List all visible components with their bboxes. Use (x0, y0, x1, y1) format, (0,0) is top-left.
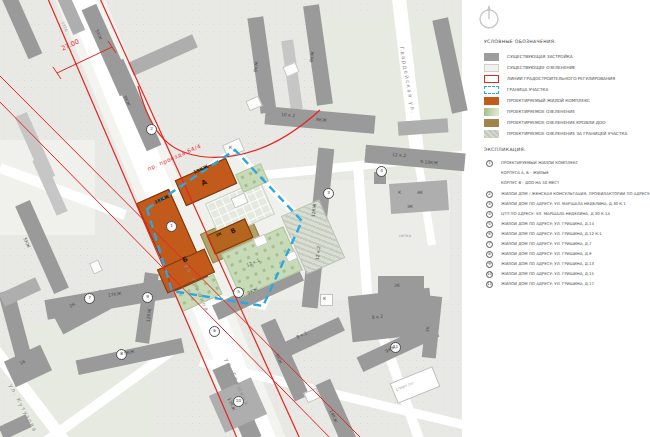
explication-number: 7 (486, 241, 493, 248)
explication-number: 10 (486, 271, 493, 278)
regulation-line (97, 0, 305, 437)
legend-item-label: ПРОЕКТИРУЕМОЕ ОЗЕЛЕНЕНИЕ ЗА ГРАНИЦЕЙ УЧА… (507, 132, 627, 136)
legend-item: ПРОЕКТИРУЕМОЕ ОЗЕЛЕНЕНИЕ ЗА ГРАНИЦЕЙ УЧА… (484, 130, 627, 138)
building-label: сетка (399, 234, 411, 238)
explication-text: ЖИЛОЙ ДОМ ПО АДРЕСУ: УЛ. ГРИШИНА, Д.14 (501, 222, 594, 226)
explication-title: ЭКСПЛИКАЦИЯ: (484, 148, 526, 153)
explication-row: 2 ЖИЛОЙ ДОМ / ЖЕНСКАЯ КОНСУЛЬТАЦИЯ, ПРОФ… (486, 190, 650, 198)
explication-text: ЖИЛОЙ ДОМ ПО АДРЕСУ: УЛ. ГРИШИНА, Д.9 (501, 252, 592, 256)
swatch-site-boundary (484, 86, 499, 94)
north-arrow-icon (476, 4, 502, 30)
explication-row: 10 ЖИЛОЙ ДОМ ПО АДРЕСУ: УЛ. ГРИШИНА, Д.1… (486, 270, 594, 278)
plot-marker-5: 5 (233, 287, 244, 298)
swatch-projected-roof-greenery (484, 119, 499, 127)
plot-marker-1: 1 (166, 221, 177, 232)
building-label: 3К (407, 205, 413, 210)
plot-marker-7: 7 (84, 293, 95, 304)
swatch-projected-greenery (484, 108, 499, 116)
legend-item: ГРАНИЦА УЧАСТКА (484, 86, 548, 94)
building-label: 4К (417, 191, 423, 196)
explication-text: ЖИЛОЙ ДОМ ПО АДРЕСУ: УЛ. ГРИШИНА, Д.12 К… (501, 232, 602, 236)
legend-item: СУЩЕСТВУЮЩАЯ ЗАСТРОЙКА (484, 53, 573, 61)
explication-row: КОРПУС В - ДОО НА 50 МЕСТ (486, 179, 559, 187)
explication-row: 6 ЖИЛОЙ ДОМ ПО АДРЕСУ: УЛ. ГРИШИНА, Д.12… (486, 230, 602, 238)
plot-marker-9: 9 (142, 292, 153, 303)
legend-item-label: ПРОЕКТИРУЕМЫЙ ЖИЛОЙ КОМПЛЕКС (507, 99, 590, 103)
explication-number: 8 (486, 251, 493, 258)
explication-row: 3 ЖИЛОЙ ДОМ ПО АДРЕСУ: УЛ. МАРШАЛА НЕДЕЛ… (486, 200, 626, 208)
legend-item-label: СУЩЕСТВУЮЩЕЕ ОЗЕЛЕНЕНИЕ (507, 66, 575, 70)
map-area: ул. Гришина ул. Гришина Гвардейская ул. … (0, 0, 462, 437)
regulation-line (0, 70, 368, 437)
regulation-line (45, 0, 243, 437)
explication-text: ЖИЛОЙ ДОМ ПО АДРЕСУ: УЛ. МАРШАЛА НЕДЕЛИН… (501, 202, 626, 206)
legend-item-label: ПРОЕКТИРУЕМОЕ ОЗЕЛЕНЕНИЕ КРОВЛИ ДОО (507, 121, 606, 125)
explication-number: 2 (486, 191, 493, 198)
building-label: К (398, 191, 401, 196)
explication-text: ЖИЛОЙ ДОМ ПО АДРЕСУ: УЛ. ГРИШИНА, Д.15 (501, 272, 594, 276)
legend-item: ЛИНИИ ГРАДОСТРОИТЕЛЬНОГО РЕГУЛИРОВАНИЯ (484, 75, 615, 83)
swatch-existing-buildings (484, 53, 499, 61)
legend-item: ПРОЕКТИРУЕМОЕ ОЗЕЛЕНЕНИЕ (484, 108, 575, 116)
explication-number: 4 (486, 211, 493, 218)
legend-title: УСЛОВНЫЕ ОБОЗНАЧЕНИЯ: (484, 40, 556, 45)
explication-row: 7 ЖИЛОЙ ДОМ ПО АДРЕСУ: УЛ. ГРИШИНА, Д.7 (486, 240, 592, 248)
swatch-regulation-lines (484, 75, 499, 83)
explication-row: 11 ЖИЛОЙ ДОМ ПО АДРЕСУ: УЛ. ГРИШИНА, Д.1… (486, 280, 594, 288)
explication-number: 11 (486, 281, 493, 288)
legend-panel: УСЛОВНЫЕ ОБОЗНАЧЕНИЯ: СУЩЕСТВУЮЩАЯ ЗАСТР… (462, 0, 650, 437)
explication-row: 4 ЦТП ПО АДРЕСУ: УЛ. МАРШАЛА НЕДЕЛИНА, Д… (486, 210, 610, 218)
dimension-tick (108, 41, 116, 53)
legend-item-label: ГРАНИЦА УЧАСТКА (507, 88, 548, 92)
explication-number: 1 (486, 160, 493, 167)
explication-row: 8 ЖИЛОЙ ДОМ ПО АДРЕСУ: УЛ. ГРИШИНА, Д.9 (486, 250, 592, 258)
swatch-existing-greenery (484, 64, 499, 72)
explication-row: 5 ЖИЛОЙ ДОМ ПО АДРЕСУ: УЛ. ГРИШИНА, Д.14 (486, 220, 594, 228)
legend-item: ПРОЕКТИРУЕМОЕ ОЗЕЛЕНЕНИЕ КРОВЛИ ДОО (484, 119, 606, 127)
explication-text: КОРПУС В - ДОО НА 50 МЕСТ (501, 181, 559, 185)
swatch-projected-greenery-outside (484, 130, 499, 138)
building-label: 9КЖ (316, 118, 327, 123)
explication-number-spacer (486, 180, 493, 187)
site-plan-page: ул. Гришина ул. Гришина Гвардейская ул. … (0, 0, 650, 437)
plot-marker-4: 4 (376, 166, 387, 177)
explication-text: КОРПУСА А, Б - ЖИЛЫЕ (501, 171, 549, 175)
legend-item-label: ЛИНИИ ГРАДОСТРОИТЕЛЬНОГО РЕГУЛИРОВАНИЯ (507, 77, 615, 81)
explication-text: ЖИЛОЙ ДОМ ПО АДРЕСУ: УЛ. ГРИШИНА, Д.7 (501, 242, 592, 246)
explication-row: КОРПУСА А, Б - ЖИЛЫЕ (486, 169, 549, 177)
explication-number: 3 (486, 201, 493, 208)
building-label: 2К (394, 284, 400, 289)
building-label: К (323, 297, 326, 302)
explication-text: ЖИЛОЙ ДОМ ПО АДРЕСУ: УЛ. ГРИШИНА, Д.17 (501, 282, 594, 286)
swatch-projected-complex (484, 97, 499, 105)
explication-number: 5 (486, 221, 493, 228)
plot-marker-6: 6 (209, 326, 220, 337)
explication-number-spacer (486, 170, 493, 177)
legend-item-label: ПРОЕКТИРУЕМОЕ ОЗЕЛЕНЕНИЕ (507, 110, 575, 114)
plot-marker-2: 2 (146, 124, 157, 135)
dimension-tick (53, 67, 61, 79)
explication-number: 6 (486, 231, 493, 238)
explication-text: ЦТП ПО АДРЕСУ: УЛ. МАРШАЛА НЕДЕЛИНА, Д.3… (501, 212, 610, 216)
explication-row: 9 ЖИЛОЙ ДОМ ПО АДРЕСУ: УЛ. ГРИШИНА, Д.13 (486, 260, 594, 268)
explication-text: ЖИЛОЙ ДОМ / ЖЕНСКАЯ КОНСУЛЬТАЦИЯ, ПРОФИЛ… (501, 192, 650, 196)
explication-row: 1 ПРОЕКТИРУЕМЫЙ ЖИЛОЙ КОМПЛЕКС (486, 159, 578, 167)
legend-item: ПРОЕКТИРУЕМЫЙ ЖИЛОЙ КОМПЛЕКС (484, 97, 590, 105)
building-label: К (229, 146, 232, 151)
explication-number: 9 (486, 261, 493, 268)
explication-text: ПРОЕКТИРУЕМЫЙ ЖИЛОЙ КОМПЛЕКС (501, 161, 578, 165)
plot-marker-3: 3 (323, 188, 334, 199)
explication-text: ЖИЛОЙ ДОМ ПО АДРЕСУ: УЛ. ГРИШИНА, Д.13 (501, 262, 594, 266)
legend-item: СУЩЕСТВУЮЩЕЕ ОЗЕЛЕНЕНИЕ (484, 64, 575, 72)
regulation-line (0, 96, 340, 437)
legend-item-label: СУЩЕСТВУЮЩАЯ ЗАСТРОЙКА (507, 55, 573, 59)
